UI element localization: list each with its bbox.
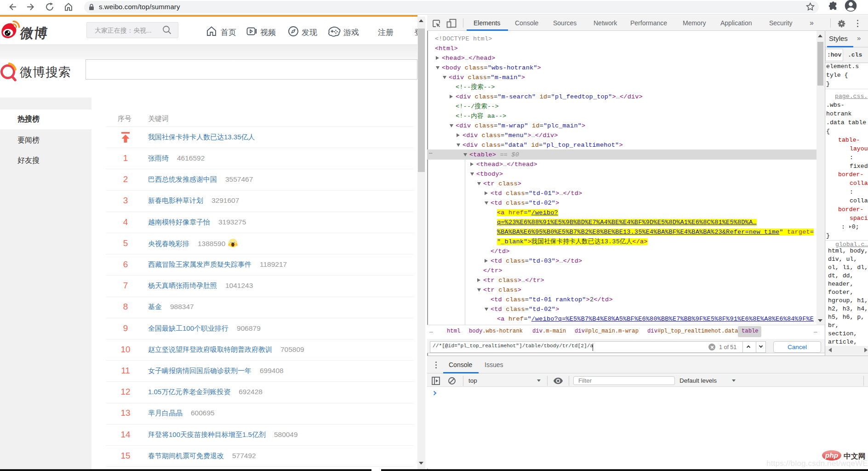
svg-text:php: php xyxy=(825,451,838,459)
